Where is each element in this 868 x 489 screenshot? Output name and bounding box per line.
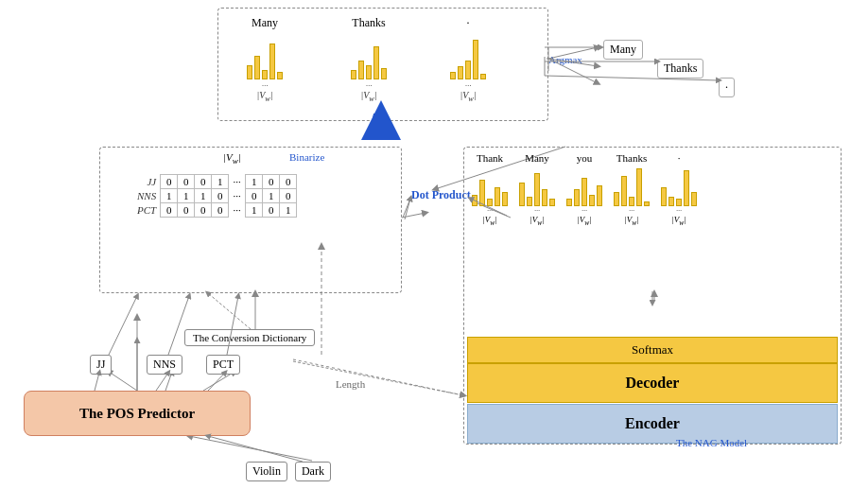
length-label: Length <box>336 378 365 390</box>
rv-vocab-5: |Vw| <box>671 215 686 227</box>
diagram-container: Many ··· |Vw| Thanks ··· |Vw| <box>0 0 868 489</box>
rv-word-period: · <box>678 152 681 164</box>
rv-vocab-3: |Vw| <box>577 215 591 227</box>
pos-tag-pct: PCT <box>206 355 240 375</box>
matrix-row-pct-label: PCT <box>133 203 161 218</box>
top-output-dashed-box: Many ··· |Vw| Thanks ··· |Vw| <box>217 8 548 121</box>
decoder-block-inner: Decoder <box>467 363 838 403</box>
svg-line-9 <box>293 359 463 395</box>
bottom-word-violin: Violin <box>246 462 287 481</box>
svg-rect-1 <box>376 121 386 137</box>
vocab-size-top-3: |Vw| <box>460 90 476 103</box>
svg-line-8 <box>203 372 234 391</box>
nag-dashed-box: Thank ··· |Vw| Many <box>463 147 842 445</box>
dots-1: ··· <box>262 80 269 90</box>
svg-line-32 <box>208 373 225 391</box>
binarize-label: Binarize <box>289 151 324 163</box>
svg-line-31 <box>156 373 168 391</box>
vocab-size-matrix: |Vw| <box>223 151 241 166</box>
rv-word-thanks: Thanks <box>616 152 647 164</box>
top-word-thanks: Thanks <box>352 16 385 30</box>
dot-product-label: Dot Product <box>411 187 471 202</box>
softmax-block-inner: Softmax <box>467 337 838 363</box>
svg-rect-21 <box>377 121 385 140</box>
pos-predictor-block: The POS Predictor <box>24 391 251 436</box>
argmax-label: Argmax <box>548 52 582 67</box>
rv-dots-4: ··· <box>629 206 634 215</box>
bottom-words-container: Violin Dark <box>246 462 331 481</box>
conversion-dict-box: The Conversion Dictionary <box>184 329 315 346</box>
encoder-block-inner: Encoder <box>467 404 838 444</box>
rv-dots-5: ··· <box>676 206 682 215</box>
rv-vocab-4: |Vw| <box>624 215 638 227</box>
rv-vocab-2: |Vw| <box>529 215 544 227</box>
vocab-size-top-1: |Vw| <box>256 90 272 103</box>
pos-tag-jj: JJ <box>90 355 112 375</box>
matrix-dashed-box: Binarize |Vw| JJ 0001 ··· 100 NNS 1110 ·… <box>99 147 402 293</box>
svg-line-27 <box>109 296 137 355</box>
svg-line-30 <box>95 373 99 391</box>
rv-word-many: Many <box>525 152 549 164</box>
top-word-dot: · <box>467 16 470 30</box>
output-word-many: Many <box>603 40 643 60</box>
matrix-table: JJ 0001 ··· 100 NNS 1110 ··· 010 PCT 000… <box>133 174 297 218</box>
dots-2: ··· <box>366 80 373 90</box>
svg-line-3 <box>402 213 425 218</box>
vocab-size-top-2: |Vw| <box>360 90 376 103</box>
output-word-period: · <box>719 78 735 97</box>
svg-line-7 <box>165 372 172 391</box>
svg-line-18 <box>405 199 410 219</box>
svg-line-33 <box>293 361 463 395</box>
top-word-many: Many <box>252 16 278 30</box>
svg-line-24 <box>403 199 410 218</box>
pos-tag-nns: NNS <box>147 355 182 375</box>
rv-dots-2: ··· <box>534 206 540 215</box>
svg-line-12 <box>189 436 312 461</box>
nag-model-label: The NAG Model <box>676 437 747 448</box>
right-vocab-dists: Thank ··· |Vw| Many <box>472 152 697 227</box>
rv-word-thank: Thank <box>477 152 503 164</box>
matrix-row-jj-label: JJ <box>133 175 161 189</box>
rv-word-you: you <box>577 152 593 164</box>
svg-line-6 <box>109 372 137 391</box>
rv-dots-1: ··· <box>487 206 493 215</box>
rv-vocab-1: |Vw| <box>482 215 496 227</box>
svg-line-26 <box>208 293 251 329</box>
rv-dots-3: ··· <box>582 206 587 215</box>
output-word-thanks: Thanks <box>657 59 703 79</box>
bottom-word-dark: Dark <box>295 462 331 481</box>
dots-3: ··· <box>465 80 472 90</box>
matrix-row-nns-label: NNS <box>133 189 161 203</box>
svg-line-34 <box>208 436 303 462</box>
